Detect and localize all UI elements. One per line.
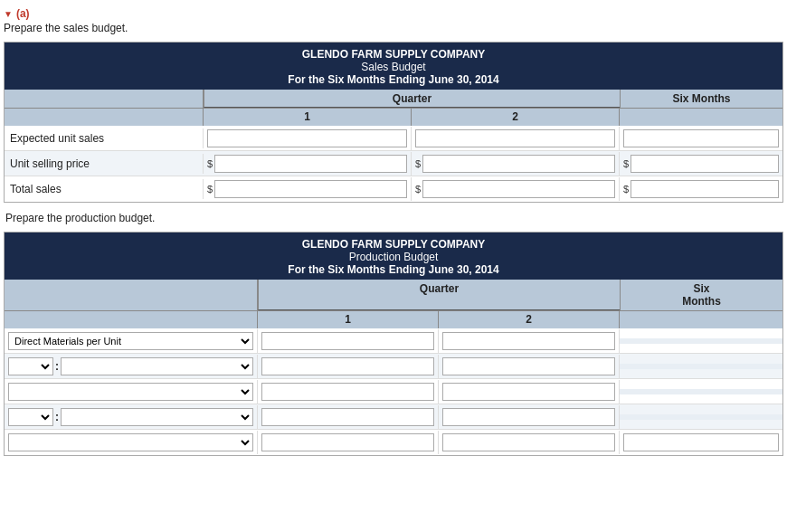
total-q1-cell[interactable]: $ [204, 177, 412, 201]
prod-row-5 [5, 430, 782, 455]
section-header: ▼ (a) [4, 7, 783, 20]
prod-row2-label-cell[interactable]: : [5, 355, 258, 378]
prod-row4-six [620, 414, 782, 420]
prod-row4-colon: : [55, 411, 59, 423]
expected-q2-input[interactable] [415, 129, 615, 147]
prod-row3-six [620, 389, 782, 394]
prod-row2-q1-input[interactable] [261, 357, 434, 375]
prod-row5-q1-input[interactable] [261, 433, 434, 451]
sales-instruction: Prepare the sales budget. [4, 22, 783, 34]
price-six-currency: $ [623, 158, 629, 169]
prod-number-row: 1 2 [5, 310, 782, 328]
sales-col2-label: 2 [412, 109, 620, 126]
prod-row5-six[interactable] [620, 431, 782, 454]
prod-quarter-row: Quarter SixMonths [5, 280, 782, 310]
sales-row-total: Total sales $ $ $ [5, 176, 782, 202]
prod-row2-q2-input[interactable] [442, 357, 615, 375]
total-six-currency: $ [623, 184, 629, 195]
prod-col2-label: 2 [439, 311, 620, 328]
sales-table-header: GLENDO FARM SUPPLY COMPANY Sales Budget … [5, 43, 782, 90]
price-q2-cell[interactable]: $ [412, 152, 620, 176]
prod-row1-dropdown[interactable]: Direct Materials per Unit [8, 332, 253, 350]
prod-row3-q2-input[interactable] [442, 383, 615, 401]
prod-row1-q1[interactable] [258, 329, 439, 353]
expected-q1-cell[interactable] [204, 127, 412, 150]
prod-row4-dropdown2[interactable] [61, 408, 253, 426]
prod-row3-label-cell[interactable] [5, 380, 258, 404]
prod-row5-q1[interactable] [258, 431, 439, 454]
total-q2-currency: $ [415, 184, 421, 195]
prod-row4-q1-input[interactable] [261, 408, 434, 426]
prod-row3-q2[interactable] [439, 380, 620, 404]
prod-row-2: : [5, 354, 782, 379]
sales-company-name: GLENDO FARM SUPPLY COMPANY [8, 48, 779, 61]
prod-row4-dropdown1[interactable] [8, 408, 53, 426]
prod-row3-q1[interactable] [258, 380, 439, 404]
sales-row-price: Unit selling price $ $ $ [5, 151, 782, 176]
total-six-input[interactable] [631, 180, 779, 198]
production-instruction: Prepare the production budget. [5, 212, 783, 224]
price-q1-cell[interactable]: $ [204, 152, 412, 176]
sales-col1-label: 1 [204, 109, 412, 126]
prod-row2-q1[interactable] [258, 355, 439, 378]
prod-row5-six-input[interactable] [623, 433, 779, 451]
total-q1-currency: $ [207, 184, 213, 195]
prod-row4-label-cell[interactable]: : [5, 405, 258, 429]
prod-row1-q2-input[interactable] [442, 332, 615, 350]
production-budget-table: GLENDO FARM SUPPLY COMPANY Production Bu… [4, 232, 783, 456]
prod-row1-six [620, 338, 782, 344]
prod-row2-colon: : [55, 360, 59, 373]
prod-row1-q1-input[interactable] [261, 332, 434, 350]
total-q2-input[interactable] [422, 180, 615, 198]
prod-row2-dropdown1[interactable] [8, 357, 53, 375]
sales-col-headers: Quarter Six Months 1 2 [5, 90, 782, 126]
sales-number-row: 1 2 [5, 108, 782, 126]
prod-row-3 [5, 379, 782, 404]
prod-sixmonths-label [620, 311, 782, 328]
price-q1-input[interactable] [214, 155, 407, 173]
total-six-cell[interactable]: $ [620, 177, 782, 201]
prod-table-header: GLENDO FARM SUPPLY COMPANY Production Bu… [5, 233, 782, 280]
prod-row5-q2[interactable] [439, 431, 620, 454]
expected-q2-cell[interactable] [412, 127, 620, 150]
expected-q1-input[interactable] [207, 129, 407, 147]
sales-row-expected: Expected unit sales [5, 126, 782, 151]
triangle-icon: ▼ [4, 9, 13, 19]
sales-budget-title: Sales Budget [8, 61, 779, 73]
price-six-input[interactable] [631, 155, 779, 173]
sales-quarter-row: Quarter Six Months [5, 90, 782, 108]
prod-row3-q1-input[interactable] [261, 383, 434, 401]
prod-row5-label-cell[interactable] [5, 431, 258, 454]
prod-row1-q2[interactable] [439, 329, 620, 353]
unit-selling-price-label: Unit selling price [5, 154, 204, 174]
expected-six-cell[interactable] [620, 127, 782, 150]
price-six-cell[interactable]: $ [620, 152, 782, 176]
prod-row4-q1[interactable] [258, 405, 439, 429]
sales-quarter-label: Quarter [204, 90, 620, 108]
prod-row5-q2-input[interactable] [442, 433, 615, 451]
prod-quarter-label: Quarter [258, 280, 620, 310]
expected-six-input[interactable] [623, 129, 779, 147]
price-q2-input[interactable] [422, 155, 615, 173]
prod-budget-title: Production Budget [8, 251, 779, 263]
prod-row-4: : [5, 404, 782, 430]
total-sales-label: Total sales [5, 179, 204, 199]
prod-row2-dropdown2[interactable] [61, 357, 253, 375]
prod-row5-dropdown[interactable] [8, 433, 253, 451]
prod-col-headers: Quarter SixMonths 1 2 [5, 280, 782, 328]
total-q1-input[interactable] [214, 180, 407, 198]
page-wrapper: ▼ (a) Prepare the sales budget. GLENDO F… [0, 0, 787, 472]
prod-six-months-header: SixMonths [682, 282, 721, 308]
prod-row3-dropdown[interactable] [8, 383, 253, 401]
prod-row4-q2-input[interactable] [442, 408, 615, 426]
total-q2-cell[interactable]: $ [412, 177, 620, 201]
price-q1-currency: $ [207, 158, 213, 169]
sales-sixmonths-label [620, 109, 782, 126]
prod-row-1: Direct Materials per Unit [5, 328, 782, 354]
prod-row2-six [620, 364, 782, 369]
sales-period: For the Six Months Ending June 30, 2014 [8, 73, 779, 86]
prod-row4-q2[interactable] [439, 405, 620, 429]
section-label: (a) [16, 7, 30, 20]
prod-row2-q2[interactable] [439, 355, 620, 378]
prod-row1-label-cell[interactable]: Direct Materials per Unit [5, 329, 258, 353]
